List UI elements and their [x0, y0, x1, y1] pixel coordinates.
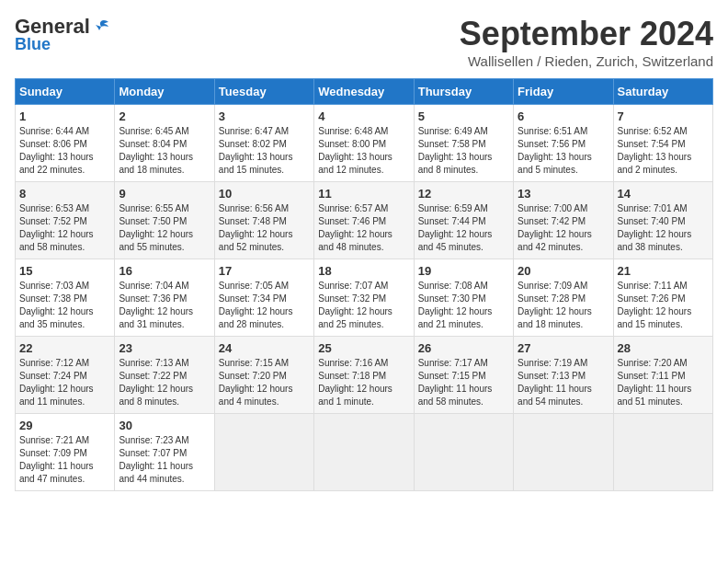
day-number: 16	[119, 264, 210, 278]
calendar-day-cell: 16Sunrise: 7:04 AMSunset: 7:36 PMDayligh…	[115, 259, 214, 337]
calendar-week-row: 15Sunrise: 7:03 AMSunset: 7:38 PMDayligh…	[16, 259, 713, 337]
calendar-day-cell: 20Sunrise: 7:09 AMSunset: 7:28 PMDayligh…	[514, 259, 613, 337]
calendar-day-cell: 4Sunrise: 6:48 AMSunset: 8:00 PMDaylight…	[314, 105, 414, 182]
calendar-day-cell: 30Sunrise: 7:23 AMSunset: 7:07 PMDayligh…	[115, 414, 214, 491]
logo: General Blue	[15, 15, 110, 54]
day-number: 4	[318, 109, 409, 123]
calendar-day-cell: 5Sunrise: 6:49 AMSunset: 7:58 PMDaylight…	[414, 105, 513, 182]
calendar-week-row: 1Sunrise: 6:44 AMSunset: 8:06 PMDaylight…	[16, 105, 713, 182]
calendar-day-cell	[414, 414, 513, 491]
day-number: 9	[119, 187, 210, 201]
weekday-header-saturday: Saturday	[613, 79, 712, 105]
day-info: Sunrise: 7:21 AMSunset: 7:09 PMDaylight:…	[19, 434, 110, 486]
day-number: 24	[219, 341, 310, 355]
day-info: Sunrise: 7:23 AMSunset: 7:07 PMDaylight:…	[119, 434, 210, 486]
weekday-header-tuesday: Tuesday	[214, 79, 313, 105]
day-number: 22	[19, 341, 110, 355]
day-number: 25	[318, 341, 409, 355]
day-number: 27	[518, 341, 609, 355]
day-number: 14	[618, 187, 709, 201]
calendar-day-cell: 14Sunrise: 7:01 AMSunset: 7:40 PMDayligh…	[613, 182, 712, 259]
day-number: 19	[418, 264, 509, 278]
day-info: Sunrise: 7:08 AMSunset: 7:30 PMDaylight:…	[418, 280, 509, 331]
weekday-header-wednesday: Wednesday	[314, 79, 414, 105]
day-number: 10	[219, 187, 310, 201]
day-info: Sunrise: 6:48 AMSunset: 8:00 PMDaylight:…	[318, 125, 409, 177]
calendar-day-cell: 29Sunrise: 7:21 AMSunset: 7:09 PMDayligh…	[16, 414, 115, 491]
day-info: Sunrise: 7:00 AMSunset: 7:42 PMDaylight:…	[518, 202, 609, 254]
day-info: Sunrise: 6:56 AMSunset: 7:48 PMDaylight:…	[219, 202, 310, 254]
day-number: 6	[518, 109, 609, 123]
month-title: September 2024	[460, 15, 713, 53]
header: General Blue September 2024 Wallisellen …	[15, 15, 713, 69]
day-info: Sunrise: 7:11 AMSunset: 7:26 PMDaylight:…	[618, 280, 709, 331]
day-number: 20	[518, 264, 609, 278]
calendar-day-cell: 27Sunrise: 7:19 AMSunset: 7:13 PMDayligh…	[514, 337, 613, 414]
day-number: 11	[318, 187, 409, 201]
weekday-header-sunday: Sunday	[16, 79, 115, 105]
calendar-day-cell: 9Sunrise: 6:55 AMSunset: 7:50 PMDaylight…	[115, 182, 214, 259]
day-number: 15	[19, 264, 110, 278]
calendar-day-cell: 25Sunrise: 7:16 AMSunset: 7:18 PMDayligh…	[314, 337, 414, 414]
calendar-day-cell: 3Sunrise: 6:47 AMSunset: 8:02 PMDaylight…	[214, 105, 313, 182]
day-number: 17	[219, 264, 310, 278]
day-info: Sunrise: 7:16 AMSunset: 7:18 PMDaylight:…	[318, 357, 409, 408]
calendar-day-cell: 23Sunrise: 7:13 AMSunset: 7:22 PMDayligh…	[115, 337, 214, 414]
day-number: 29	[19, 419, 110, 432]
day-number: 13	[518, 187, 609, 201]
calendar-day-cell: 12Sunrise: 6:59 AMSunset: 7:44 PMDayligh…	[414, 182, 513, 259]
calendar-day-cell: 26Sunrise: 7:17 AMSunset: 7:15 PMDayligh…	[414, 337, 513, 414]
day-info: Sunrise: 6:57 AMSunset: 7:46 PMDaylight:…	[318, 202, 409, 254]
day-info: Sunrise: 7:12 AMSunset: 7:24 PMDaylight:…	[19, 357, 110, 408]
day-info: Sunrise: 6:53 AMSunset: 7:52 PMDaylight:…	[19, 202, 110, 254]
day-info: Sunrise: 6:52 AMSunset: 7:54 PMDaylight:…	[618, 125, 709, 177]
day-number: 7	[618, 109, 709, 123]
calendar-day-cell: 10Sunrise: 6:56 AMSunset: 7:48 PMDayligh…	[214, 182, 313, 259]
day-info: Sunrise: 7:01 AMSunset: 7:40 PMDaylight:…	[618, 202, 709, 254]
weekday-header-thursday: Thursday	[414, 79, 513, 105]
day-info: Sunrise: 6:47 AMSunset: 8:02 PMDaylight:…	[219, 125, 310, 177]
calendar-day-cell: 11Sunrise: 6:57 AMSunset: 7:46 PMDayligh…	[314, 182, 414, 259]
logo-bird-icon	[92, 19, 110, 34]
calendar-table: SundayMondayTuesdayWednesdayThursdayFrid…	[15, 78, 713, 491]
day-info: Sunrise: 7:07 AMSunset: 7:32 PMDaylight:…	[318, 280, 409, 331]
day-number: 28	[618, 341, 709, 355]
calendar-day-cell: 15Sunrise: 7:03 AMSunset: 7:38 PMDayligh…	[16, 259, 115, 337]
calendar-week-row: 29Sunrise: 7:21 AMSunset: 7:09 PMDayligh…	[16, 414, 713, 491]
day-number: 30	[119, 419, 210, 432]
day-info: Sunrise: 7:04 AMSunset: 7:36 PMDaylight:…	[119, 280, 210, 331]
day-info: Sunrise: 7:15 AMSunset: 7:20 PMDaylight:…	[219, 357, 310, 408]
day-info: Sunrise: 6:51 AMSunset: 7:56 PMDaylight:…	[518, 125, 609, 177]
calendar-day-cell: 7Sunrise: 6:52 AMSunset: 7:54 PMDaylight…	[613, 105, 712, 182]
calendar-week-row: 8Sunrise: 6:53 AMSunset: 7:52 PMDaylight…	[16, 182, 713, 259]
day-number: 1	[19, 109, 110, 123]
calendar-day-cell: 13Sunrise: 7:00 AMSunset: 7:42 PMDayligh…	[514, 182, 613, 259]
logo-blue: Blue	[15, 35, 51, 54]
day-info: Sunrise: 6:45 AMSunset: 8:04 PMDaylight:…	[119, 125, 210, 177]
day-number: 2	[119, 109, 210, 123]
day-info: Sunrise: 6:59 AMSunset: 7:44 PMDaylight:…	[418, 202, 509, 254]
calendar-day-cell: 22Sunrise: 7:12 AMSunset: 7:24 PMDayligh…	[16, 337, 115, 414]
day-number: 26	[418, 341, 509, 355]
day-info: Sunrise: 7:09 AMSunset: 7:28 PMDaylight:…	[518, 280, 609, 331]
calendar-day-cell: 18Sunrise: 7:07 AMSunset: 7:32 PMDayligh…	[314, 259, 414, 337]
calendar-day-cell: 8Sunrise: 6:53 AMSunset: 7:52 PMDaylight…	[16, 182, 115, 259]
calendar-day-cell: 28Sunrise: 7:20 AMSunset: 7:11 PMDayligh…	[613, 337, 712, 414]
weekday-header-monday: Monday	[115, 79, 214, 105]
calendar-day-cell: 21Sunrise: 7:11 AMSunset: 7:26 PMDayligh…	[613, 259, 712, 337]
day-number: 3	[219, 109, 310, 123]
weekday-header-row: SundayMondayTuesdayWednesdayThursdayFrid…	[16, 79, 713, 105]
day-info: Sunrise: 6:55 AMSunset: 7:50 PMDaylight:…	[119, 202, 210, 254]
calendar-day-cell	[214, 414, 313, 491]
calendar-day-cell: 1Sunrise: 6:44 AMSunset: 8:06 PMDaylight…	[16, 105, 115, 182]
day-number: 5	[418, 109, 509, 123]
day-info: Sunrise: 7:20 AMSunset: 7:11 PMDaylight:…	[618, 357, 709, 408]
day-info: Sunrise: 6:49 AMSunset: 7:58 PMDaylight:…	[418, 125, 509, 177]
day-info: Sunrise: 6:44 AMSunset: 8:06 PMDaylight:…	[19, 125, 110, 177]
calendar-day-cell: 6Sunrise: 6:51 AMSunset: 7:56 PMDaylight…	[514, 105, 613, 182]
day-info: Sunrise: 7:03 AMSunset: 7:38 PMDaylight:…	[19, 280, 110, 331]
calendar-day-cell: 24Sunrise: 7:15 AMSunset: 7:20 PMDayligh…	[214, 337, 313, 414]
day-number: 21	[618, 264, 709, 278]
day-info: Sunrise: 7:13 AMSunset: 7:22 PMDaylight:…	[119, 357, 210, 408]
day-info: Sunrise: 7:19 AMSunset: 7:13 PMDaylight:…	[518, 357, 609, 408]
